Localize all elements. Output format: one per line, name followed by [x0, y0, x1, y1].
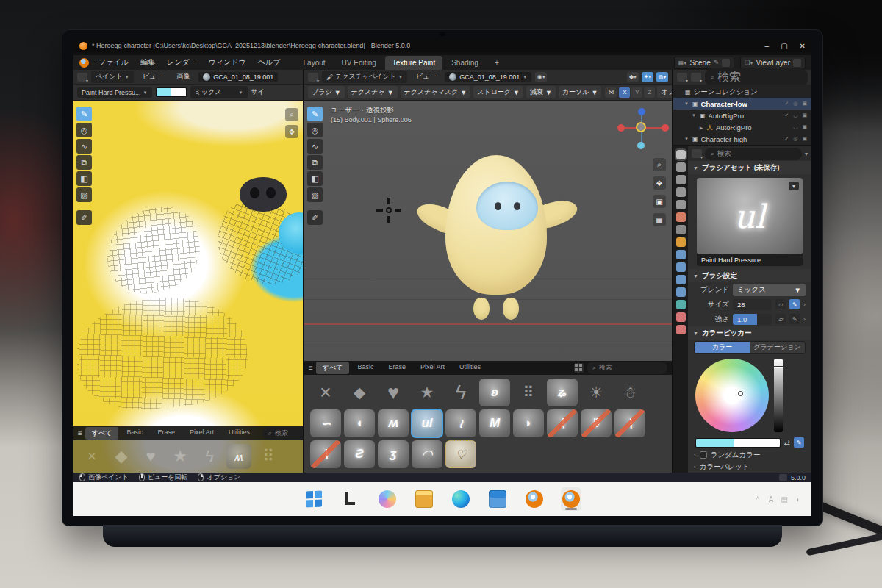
visibility-toggles[interactable]: ✓ ◎ ▣: [785, 101, 808, 107]
display-mode-icon[interactable]: [574, 363, 584, 373]
viewport-canvas[interactable]: ユーザー・透視投影 (15) Body.001 | Sphere.006: [304, 101, 672, 473]
tool-annotate[interactable]: ✐: [307, 210, 323, 225]
view-menu[interactable]: ビュー: [411, 70, 441, 84]
visibility-toggles[interactable]: ✓ ◎ ▣: [785, 136, 808, 142]
tab-particles[interactable]: [676, 262, 686, 272]
taskbar-file-explorer[interactable]: [414, 487, 434, 511]
menu-item[interactable]: 編集: [135, 55, 160, 70]
view-menu[interactable]: ビュー: [137, 70, 168, 84]
expand-icon[interactable]: ▼: [684, 137, 689, 141]
brush-erase-4[interactable]: ∖: [310, 440, 341, 468]
ortho-grid-control[interactable]: ▦: [653, 213, 666, 226]
character-model[interactable]: [435, 143, 560, 321]
blend-mode-dropdown[interactable]: ミックス▼: [190, 86, 248, 98]
expand-icon[interactable]: ›: [803, 301, 806, 308]
new-viewlayer-icon[interactable]: [793, 59, 801, 67]
color-gradient-swatch[interactable]: [695, 438, 781, 448]
tool-fill[interactable]: ◧: [76, 171, 92, 186]
color-wheel[interactable]: [695, 359, 769, 432]
brush-color-swatch[interactable]: [156, 87, 187, 97]
brush-selector[interactable]: Paint Hard Pressu...▼: [77, 87, 152, 98]
tab-constraints[interactable]: [676, 287, 686, 297]
brush-drip[interactable]: ◠: [412, 440, 442, 468]
shading-texture-toggle[interactable]: ◆▾: [627, 72, 639, 82]
zoom-control[interactable]: ⌕: [653, 158, 666, 171]
brush-stroke-smudge[interactable]: ʑ: [547, 379, 578, 406]
shelf-tab[interactable]: Basic: [351, 362, 380, 374]
shelf-menu-icon[interactable]: ≡: [78, 429, 82, 437]
brush-settings-panel-header[interactable]: ▼ブラシ設定: [688, 269, 811, 282]
image-canvas[interactable]: ✎◎∿⧉◧▧✐ ⌕ ✥ ≡ すべてBasicErasePixel ArtUtil…: [74, 101, 303, 473]
tool-settings-pill[interactable]: テクスチャ▼: [348, 86, 398, 98]
shelf-menu-icon[interactable]: ≡: [309, 364, 313, 372]
taskbar-start[interactable]: [304, 487, 324, 511]
taskbar-copilot[interactable]: [377, 487, 398, 511]
interaction-mode-dropdown[interactable]: 🖌テクスチャペイント▼: [322, 71, 407, 83]
size-unit-toggle[interactable]: ▱: [775, 299, 786, 309]
tab-world[interactable]: [676, 212, 686, 222]
value-slider[interactable]: [774, 359, 783, 432]
brush-paw[interactable]: ⠿: [513, 379, 544, 406]
brush-snowman[interactable]: ☃: [614, 379, 645, 406]
editor-type-selector[interactable]: [308, 73, 318, 82]
brush-erase-2[interactable]: ʬ: [581, 409, 612, 437]
pin-icon[interactable]: ✎: [714, 59, 720, 66]
brush-erase-3[interactable]: ∖: [614, 409, 645, 437]
visibility-toggles[interactable]: ✓ ◡ ▣: [785, 112, 808, 118]
gizmo-x-handle[interactable]: [617, 124, 625, 132]
shelf-tab[interactable]: Erase: [382, 362, 413, 374]
workspace-tab[interactable]: Texture Paint: [385, 56, 442, 70]
color-mode-tab[interactable]: カラー: [695, 342, 750, 353]
editor-type-selector[interactable]: [677, 73, 687, 82]
expand-icon[interactable]: ▼: [684, 101, 689, 106]
expand-icon[interactable]: ▼: [691, 113, 697, 118]
ghost-lightning[interactable]: ϟ: [197, 444, 222, 469]
filter-dropdown[interactable]: [691, 73, 701, 82]
tray-network[interactable]: ▤: [781, 495, 788, 503]
shelf-tab[interactable]: すべて: [316, 362, 350, 374]
brush-stroke-2[interactable]: ◖: [344, 409, 375, 437]
brush-stroke-8[interactable]: Ƨ: [344, 440, 375, 468]
maximize-button[interactable]: ▢: [781, 42, 787, 50]
menu-item[interactable]: レンダー: [162, 55, 202, 70]
tab-render[interactable]: [676, 162, 686, 172]
tool-settings-pill[interactable]: ストローク▼: [473, 86, 523, 98]
tool-settings-pill[interactable]: ブラシ▼: [308, 86, 345, 98]
strength-slider[interactable]: 1.0: [733, 314, 772, 325]
color-pressure-toggle[interactable]: ✎: [794, 437, 804, 448]
outliner-search-input[interactable]: ⌕検索: [705, 68, 808, 87]
outliner-item[interactable]: ▦ シーンコレクション: [673, 86, 811, 98]
viewlayer-selector[interactable]: ❏▾ ViewLayer: [740, 57, 806, 69]
tab-output[interactable]: [676, 175, 686, 184]
brush-stroke-1[interactable]: ∽: [310, 409, 341, 437]
minimize-button[interactable]: –: [765, 42, 770, 50]
random-color-row[interactable]: › ランダムカラー: [688, 449, 811, 461]
camera-view-control[interactable]: ▣: [653, 195, 666, 208]
menu-item[interactable]: ウィンドウ: [204, 55, 251, 70]
tool-clone[interactable]: ⧉: [307, 155, 323, 170]
strength-pressure-toggle[interactable]: ✎: [789, 314, 800, 324]
shelf-tab[interactable]: Utilities: [222, 427, 257, 440]
tab-data[interactable]: [676, 300, 686, 309]
close-button[interactable]: ✕: [800, 42, 806, 50]
brush-sun[interactable]: ☀: [581, 379, 612, 406]
brush-stroke-6[interactable]: M: [479, 409, 510, 437]
overlay-toggle[interactable]: ✦▾: [642, 72, 653, 82]
image-menu[interactable]: 画像: [171, 70, 195, 84]
gizmo-center-handle[interactable]: [636, 122, 646, 132]
menu-item[interactable]: ヘルプ: [253, 55, 286, 70]
tab-material[interactable]: [676, 312, 686, 322]
tool-soften[interactable]: ◎: [76, 123, 92, 137]
paint-mode-dropdown[interactable]: ペイント▼: [91, 71, 134, 83]
brush-stroke-5[interactable]: ≀: [445, 409, 476, 437]
workspace-tab[interactable]: Layout: [296, 56, 333, 70]
shading-mode-toggle[interactable]: ◍▾: [656, 72, 668, 82]
ghost-stroke[interactable]: ʍ: [226, 444, 251, 469]
shelf-tab[interactable]: Pixel Art: [183, 427, 220, 440]
visibility-toggles[interactable]: ◡ ▣: [793, 124, 808, 130]
canvas-image-selector[interactable]: GCA_01_08_19.001▼: [445, 72, 531, 82]
ghost-heart[interactable]: ♥: [138, 444, 163, 469]
ghost-paw[interactable]: ⠿: [256, 444, 281, 469]
tab-view-layer[interactable]: [676, 187, 686, 197]
workspace-tab[interactable]: +: [487, 56, 506, 70]
